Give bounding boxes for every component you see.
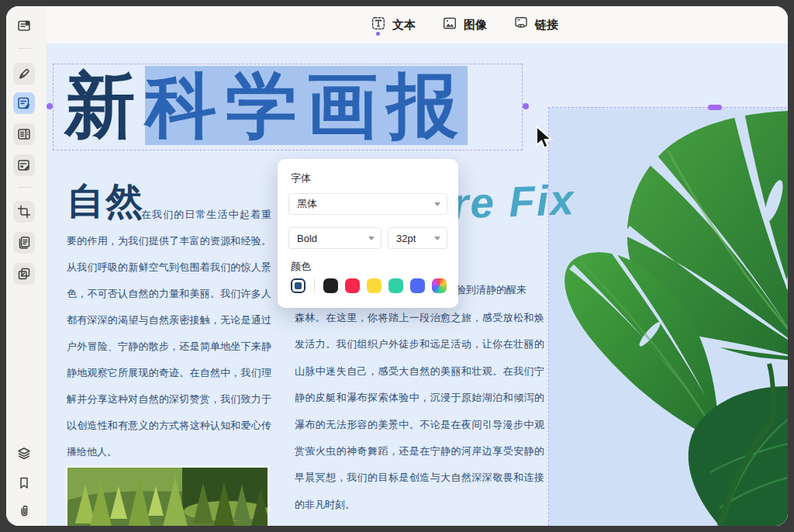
image-tool-icon (442, 16, 457, 34)
color-swatch-rainbow[interactable] (432, 278, 447, 293)
organize-pages-button[interactable] (13, 232, 35, 254)
script-overlay-text[interactable]: re Fix (451, 174, 576, 229)
read-mode-button[interactable] (13, 15, 35, 36)
form-icon (16, 126, 32, 142)
font-weight-value: Bold (297, 233, 317, 244)
color-swatches (291, 278, 447, 293)
font-section-label: 字体 (291, 171, 311, 185)
font-family-value: 黑体 (297, 197, 317, 211)
swatch-divider (314, 278, 315, 293)
color-swatch-teal[interactable] (388, 278, 403, 293)
left-column-paragraph[interactable]: 在我们的日常生活中起着重要的作用，为我们提供了丰富的资源和经验。从我们呼吸的新鲜… (67, 202, 271, 465)
tab-image[interactable]: 图像 (442, 16, 487, 34)
mouse-cursor (534, 126, 556, 154)
left-column-dropcap[interactable]: 自然 (67, 177, 144, 226)
selected-color-swatch[interactable] (291, 278, 306, 293)
title-unselected-text: 新 (64, 66, 145, 145)
color-section-label: 颜色 (291, 260, 311, 274)
color-swatch-yellow[interactable] (367, 278, 381, 293)
edit-text-button[interactable] (13, 92, 35, 114)
document-canvas[interactable]: 新科学画报 re Fix 自然 在我们的日常生活中起着重要的作用，为我们提供了丰… (47, 43, 788, 526)
chevron-down-icon (434, 237, 440, 240)
color-swatch-black[interactable] (323, 278, 338, 293)
tab-text[interactable]: 文本 (371, 16, 416, 34)
form-button[interactable] (13, 123, 35, 145)
sidebar-divider (19, 48, 31, 49)
highlighter-icon (16, 66, 32, 81)
crop-button[interactable] (13, 201, 35, 223)
monstera-illustration (549, 108, 788, 526)
title-selected-text: 科学画报 (145, 66, 468, 145)
bookmark-icon (16, 475, 32, 491)
image-selection-handle[interactable] (708, 105, 722, 110)
document-title[interactable]: 新科学画报 (64, 61, 468, 150)
sign-button[interactable] (13, 154, 35, 176)
snapshot-button[interactable] (13, 263, 35, 285)
layers-icon (16, 446, 32, 461)
link-tool-icon (513, 16, 529, 34)
chevron-down-icon (434, 202, 440, 206)
tab-text-label: 文本 (392, 18, 416, 33)
font-family-dropdown[interactable]: 黑体 (288, 193, 447, 215)
tab-link-label: 链接 (535, 18, 558, 33)
font-weight-dropdown[interactable]: Bold (288, 227, 381, 249)
forest-photo[interactable] (67, 468, 268, 526)
tab-link[interactable]: 链接 (513, 16, 558, 34)
chevron-down-icon (368, 237, 375, 240)
sidebar-divider (19, 187, 31, 188)
sign-icon (16, 157, 32, 173)
paperclip-icon (16, 503, 32, 518)
bookmark-button[interactable] (13, 472, 35, 494)
active-tab-indicator (376, 32, 380, 36)
middle-column-paragraph[interactable]: 森林。在这里，你将踏上一段治愈之旅，感受放松和焕发活力。我们组织户外徒步和远足活… (295, 305, 544, 518)
selection-handle-right[interactable] (523, 103, 529, 109)
layers-button[interactable] (13, 443, 35, 465)
read-mode-icon (16, 18, 32, 33)
font-size-dropdown[interactable]: 32pt (388, 227, 447, 249)
monstera-image[interactable] (548, 107, 788, 526)
highlighter-button[interactable] (13, 63, 35, 85)
color-swatch-blue[interactable] (410, 278, 425, 293)
edit-text-icon (16, 95, 32, 111)
tool-tabs: 文本 图像 链接 (371, 6, 558, 43)
attachment-button[interactable] (13, 499, 35, 521)
snapshot-icon (16, 266, 32, 282)
left-sidebar (6, 6, 47, 526)
selection-handle-left[interactable] (47, 103, 53, 109)
tab-image-label: 图像 (464, 18, 487, 33)
top-toolbar: 文本 图像 链接 (47, 6, 788, 43)
title-textbox-selection[interactable]: 新科学画报 (53, 64, 523, 150)
color-swatch-red[interactable] (345, 278, 360, 293)
crop-icon (16, 204, 32, 219)
font-size-value: 32pt (396, 233, 416, 244)
font-settings-panel: 字体 黑体 Bold 32pt 颜色 (278, 159, 458, 308)
organize-pages-icon (16, 235, 32, 250)
app-window: 文本 图像 链接 新科学画报 re Fix 自然 在我们的日常生活 (6, 6, 788, 526)
middle-column-visible-line[interactable]: 验到清静的醒来 (456, 283, 526, 297)
